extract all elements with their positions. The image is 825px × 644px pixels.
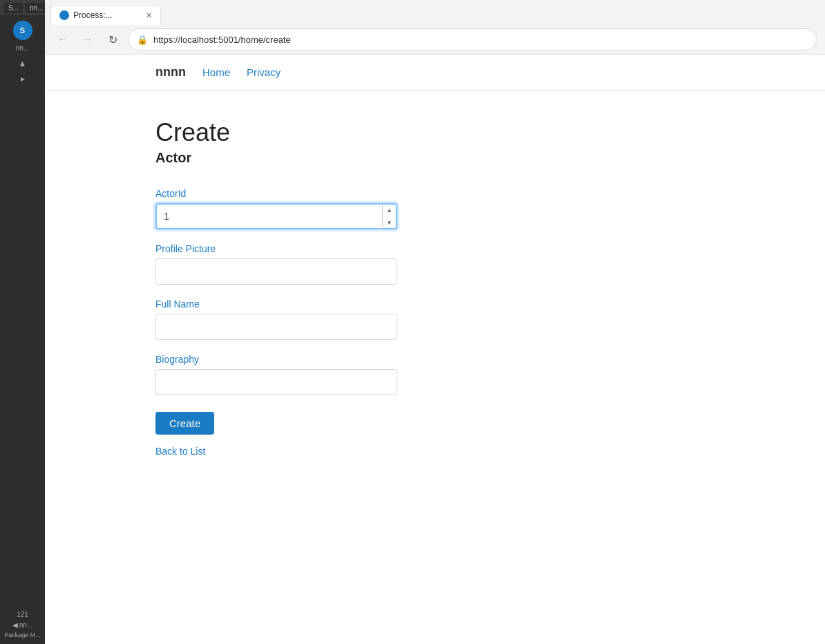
actorid-input-wrapper: ▲ ▼ <box>155 203 397 229</box>
url-text: https://localhost:5001/home/create <box>153 35 291 45</box>
browser-window: Process:... × ← → ↻ 🔒 https://localhost:… <box>45 0 825 644</box>
actorid-label: ActorId <box>155 188 714 199</box>
arrow-right-icon[interactable]: nn... <box>19 621 32 629</box>
fullname-input[interactable] <box>155 314 397 340</box>
ide-sidebar: S... nn... S nn... ▲ ▸ 121 ◀ nn... Packa… <box>0 0 45 644</box>
actorid-input[interactable] <box>157 207 382 226</box>
browser-toolbar: ← → ↻ 🔒 https://localhost:5001/home/crea… <box>45 25 825 54</box>
sidebar-text1: nn... <box>0 43 45 53</box>
tab-favicon <box>59 10 69 20</box>
spinner-down-icon[interactable]: ▼ <box>383 216 396 229</box>
sidebar-bottom-arrows: ◀ nn... <box>12 621 32 629</box>
tab-close-icon[interactable]: × <box>146 10 152 21</box>
actorid-group: ActorId ▲ ▼ <box>155 188 714 229</box>
browser-chrome: Process:... × ← → ↻ 🔒 https://localhost:… <box>45 0 825 55</box>
reload-button[interactable]: ↻ <box>103 30 122 49</box>
back-to-list-link[interactable]: Back to List <box>155 446 714 457</box>
lock-icon: 🔒 <box>137 35 148 45</box>
page-content: Create Actor ActorId ▲ ▼ Profile Picture <box>45 91 825 644</box>
profilepicture-label: Profile Picture <box>155 243 714 254</box>
tab-title: Process:... <box>73 10 113 20</box>
forward-button[interactable]: → <box>78 30 97 49</box>
create-button[interactable]: Create <box>155 412 214 435</box>
nav-home-link[interactable]: Home <box>202 66 230 78</box>
actorid-spinner: ▲ ▼ <box>382 204 396 229</box>
site-navbar: nnnn Home Privacy <box>45 55 825 91</box>
sidebar-line-num: 121 <box>17 611 28 618</box>
sidebar-bottom: 121 ◀ nn... Package M... <box>0 611 45 644</box>
sidebar-collapse-icon[interactable]: ▸ <box>21 74 25 84</box>
page-title: Create <box>155 118 714 147</box>
sidebar-top-bar: S... nn... <box>0 0 45 15</box>
sidebar-expand-icon[interactable]: ▲ <box>19 59 27 68</box>
fullname-group: Full Name <box>155 299 714 340</box>
fullname-label: Full Name <box>155 299 714 310</box>
browser-tab[interactable]: Process:... × <box>50 5 161 25</box>
profilepicture-group: Profile Picture <box>155 243 714 285</box>
site-brand[interactable]: nnnn <box>155 65 186 79</box>
profilepicture-input[interactable] <box>155 258 397 285</box>
back-button[interactable]: ← <box>53 30 73 49</box>
sidebar-tab2[interactable]: nn... <box>26 3 47 13</box>
sidebar-circle[interactable]: S <box>13 21 32 40</box>
page-subtitle: Actor <box>155 150 714 166</box>
sidebar-icon-group: S nn... ▲ ▸ <box>0 15 45 84</box>
spinner-up-icon[interactable]: ▲ <box>383 204 396 216</box>
sidebar-package-label: Package M... <box>4 632 41 638</box>
biography-group: Biography <box>155 354 714 395</box>
nav-privacy-link[interactable]: Privacy <box>247 66 281 78</box>
tab-bar: Process:... × <box>45 0 825 25</box>
arrow-left-icon[interactable]: ◀ <box>12 621 18 629</box>
create-form: ActorId ▲ ▼ Profile Picture Full Name <box>155 188 714 457</box>
biography-input[interactable] <box>155 369 397 395</box>
sidebar-tab1[interactable]: S... <box>4 3 23 13</box>
biography-label: Biography <box>155 354 714 365</box>
address-bar[interactable]: 🔒 https://localhost:5001/home/create <box>128 28 817 50</box>
